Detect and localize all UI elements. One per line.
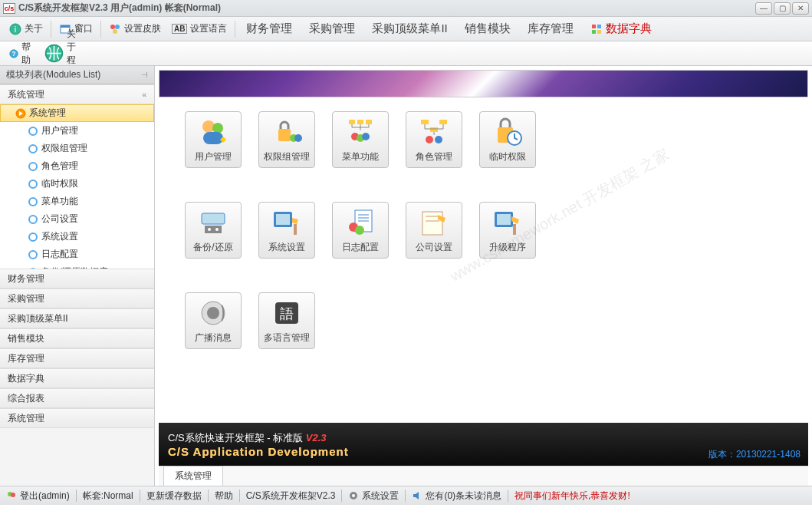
btn-log-config[interactable]: 日志配置 — [332, 202, 389, 259]
menu-sales[interactable]: 销售模块 — [457, 18, 518, 39]
tree-item[interactable]: 权限组管理 — [0, 140, 154, 157]
svg-rect-8 — [597, 25, 601, 28]
svg-point-19 — [29, 198, 37, 206]
tree-item[interactable]: 日志配置 — [0, 246, 154, 263]
menu-purchase2[interactable]: 采购顶级菜单II — [364, 18, 455, 39]
maximize-button[interactable]: ▢ — [774, 2, 791, 15]
sidebar-section-sysmanage[interactable]: 系统管理 — [0, 408, 154, 428]
svg-rect-62 — [513, 224, 516, 235]
status-refresh[interactable]: 更新缓存数据 — [146, 490, 202, 503]
svg-rect-9 — [592, 30, 596, 34]
status-account: 帐套:Normal — [83, 490, 133, 503]
tree-item[interactable]: 临时权限 — [0, 175, 154, 193]
bullet-blue-icon — [28, 161, 38, 172]
tree-item[interactable]: 用户管理 — [0, 122, 154, 140]
svg-point-6 — [113, 29, 117, 34]
speaker-icon — [412, 490, 422, 501]
btn-permission-group[interactable]: 权限组管理 — [258, 111, 315, 168]
svg-point-18 — [29, 180, 37, 188]
svg-rect-37 — [421, 120, 429, 124]
sidebar: 模块列表(Modules List) ⊣ 系统管理 « 系统管理 用户管理 权限… — [0, 66, 155, 486]
tree-item[interactable]: 菜单功能 — [0, 193, 154, 210]
upgrade-icon — [491, 207, 524, 238]
bullet-blue-icon — [28, 126, 38, 137]
menu-users-icon — [344, 117, 376, 147]
app-icon: c/s — [3, 3, 15, 14]
menu-datadict[interactable]: 数据字典 — [583, 18, 659, 39]
svg-point-22 — [29, 251, 37, 259]
svg-point-25 — [212, 123, 223, 134]
status-login[interactable]: 登出(admin) — [20, 490, 70, 503]
sidebar-section-datadict[interactable]: 数据字典 — [0, 368, 154, 388]
sidebar-section-purchase2[interactable]: 采购顶级菜单II — [0, 308, 154, 328]
datadict-icon — [590, 23, 603, 35]
btn-upgrade[interactable]: 升级程序 — [479, 202, 536, 259]
close-button[interactable]: ✕ — [792, 2, 809, 15]
tree-item[interactable]: 系统设置 — [0, 228, 154, 246]
tree-root-sysmanage[interactable]: 系统管理 — [0, 104, 154, 122]
svg-rect-31 — [349, 120, 355, 124]
svg-point-56 — [355, 226, 364, 235]
language-button[interactable]: AB 设置语言 — [167, 21, 232, 37]
svg-point-4 — [110, 25, 115, 29]
btn-multilang[interactable]: 語多语言管理 — [258, 292, 315, 349]
log-icon — [344, 207, 376, 238]
title-bar: c/s C/S系统开发框架V2.3 用户(admin) 帐套(Normal) —… — [0, 0, 812, 17]
status-settings[interactable]: 系统设置 — [362, 490, 399, 503]
globe-icon — [44, 44, 64, 63]
svg-point-5 — [115, 25, 120, 29]
bullet-blue-icon — [28, 249, 38, 260]
role-users-icon — [418, 117, 450, 147]
tree-item[interactable]: 备份/还原数据库 — [0, 263, 154, 269]
minimize-button[interactable]: — — [755, 2, 772, 15]
svg-rect-32 — [357, 120, 363, 124]
svg-rect-10 — [597, 30, 601, 34]
language-icon: 語 — [271, 298, 303, 328]
help-icon: ? — [9, 49, 18, 58]
sidebar-section-report[interactable]: 综合报表 — [0, 388, 154, 408]
btn-role-manage[interactable]: 角色管理 — [406, 111, 462, 168]
btn-backup[interactable]: 备份/还原 — [185, 202, 242, 259]
language-icon: AB — [172, 24, 187, 34]
svg-point-46 — [208, 228, 211, 231]
sidebar-section-stock[interactable]: 库存管理 — [0, 348, 154, 368]
bullet-blue-icon — [28, 179, 38, 190]
banner-image — [159, 70, 808, 97]
btn-system-settings[interactable]: 系统设置 — [258, 202, 315, 259]
window-title: C/S系统开发框架V2.3 用户(admin) 帐套(Normal) — [18, 2, 221, 15]
menu-stock[interactable]: 库存管理 — [520, 18, 581, 39]
svg-rect-44 — [202, 213, 225, 224]
tab-sysmanage[interactable]: 系统管理 — [163, 466, 223, 486]
gear-icon — [348, 490, 359, 501]
btn-menu-function[interactable]: 菜单功能 — [332, 111, 389, 168]
btn-company-settings[interactable]: 公司设置 — [406, 202, 462, 259]
sidebar-section-finance[interactable]: 财务管理 — [0, 269, 154, 288]
svg-point-21 — [29, 233, 37, 241]
bullet-blue-icon — [28, 196, 38, 207]
svg-point-17 — [29, 163, 37, 170]
backup-icon — [197, 207, 229, 238]
svg-point-20 — [29, 216, 37, 223]
tree-item[interactable]: 公司设置 — [0, 210, 154, 228]
skin-button[interactable]: 设置皮肤 — [104, 21, 166, 37]
btn-user-manage[interactable]: 用户管理 — [185, 111, 242, 168]
icon-grid: www.csframework.net 开发框架 之家 用户管理 权限组管理 菜… — [159, 97, 808, 423]
sidebar-section-sysmanage-top[interactable]: 系统管理 « — [0, 84, 154, 104]
content-tabbar: 系统管理 — [159, 466, 808, 486]
svg-point-40 — [426, 136, 433, 143]
status-messages[interactable]: 您有(0)条未读消息 — [426, 490, 501, 503]
tree-item[interactable]: 角色管理 — [0, 157, 154, 175]
menu-purchase[interactable]: 采购管理 — [301, 18, 363, 39]
menu-finance[interactable]: 财务管理 — [238, 18, 300, 39]
status-help[interactable]: 帮助 — [215, 490, 233, 503]
btn-temp-permission[interactable]: 临时权限 — [479, 111, 536, 168]
sidebar-section-purchase[interactable]: 采购管理 — [0, 288, 154, 308]
sidebar-section-sales[interactable]: 销售模块 — [0, 328, 154, 348]
pin-icon[interactable]: ⊣ — [141, 71, 148, 79]
help-button[interactable]: ? 帮助 — [5, 39, 35, 68]
bullet-orange-icon — [15, 108, 26, 119]
svg-point-47 — [215, 228, 219, 231]
btn-broadcast[interactable]: 广播消息 — [185, 292, 242, 349]
svg-rect-49 — [276, 214, 290, 225]
footer-banner: C/S系统快速开发框架 - 标准版 V2.3 C/S Application D… — [159, 423, 808, 466]
